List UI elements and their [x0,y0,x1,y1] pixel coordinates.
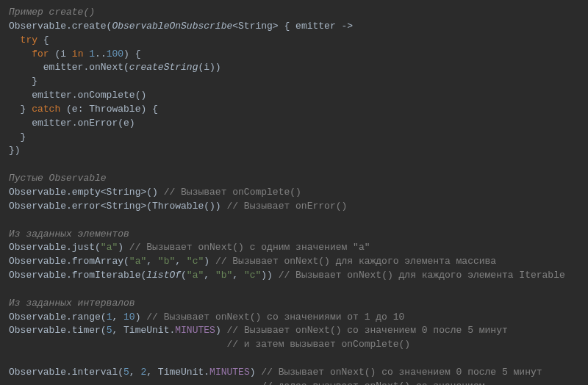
code-line: // и затем вызывает onComplete() [9,339,410,350]
code-line: } [9,76,37,87]
code-line: Observable.create(ObservableOnSubscribe<… [9,21,353,32]
code-line: Observable.error<String>(Throwable()) //… [9,201,347,212]
code-line: for (i in 1..100) { [9,48,141,60]
code-line: try { [9,35,49,46]
code-line: Observable.range(1, 10) // Вызывает onNe… [9,312,404,323]
code-line: Observable.fromArray("a", "b", "c") // В… [9,256,496,267]
section-title: Пустые Observable [9,173,107,184]
code-line: // далее вызывает onNext() со значением, [9,381,490,385]
code-line: }) [9,145,21,156]
code-line: Observable.timer(5, TimeUnit.MINUTES) //… [9,325,508,336]
code-line: Observable.interval(5, 2, TimeUnit.MINUT… [9,367,542,378]
code-line: } catch (e: Throwable) { [9,104,158,115]
code-line: Observable.empty<String>() // Вызывает o… [9,187,301,198]
section-title: Из заданных интервалов [9,298,135,309]
code-line: Observable.just("a") // Вызывает onNext(… [9,242,370,253]
code-line: } [9,132,26,143]
code-line: emitter.onNext(createString(i)) [9,62,221,73]
section-title: Пример create() [9,7,95,18]
code-line: emitter.onError(e) [9,118,135,129]
code-line: Observable.fromIterable(listOf("a", "b",… [9,270,565,281]
section-title: Из заданных элементов [9,229,129,240]
code-block: Пример create() Observable.create(Observ… [9,6,579,385]
code-line: emitter.onComplete() [9,90,146,101]
